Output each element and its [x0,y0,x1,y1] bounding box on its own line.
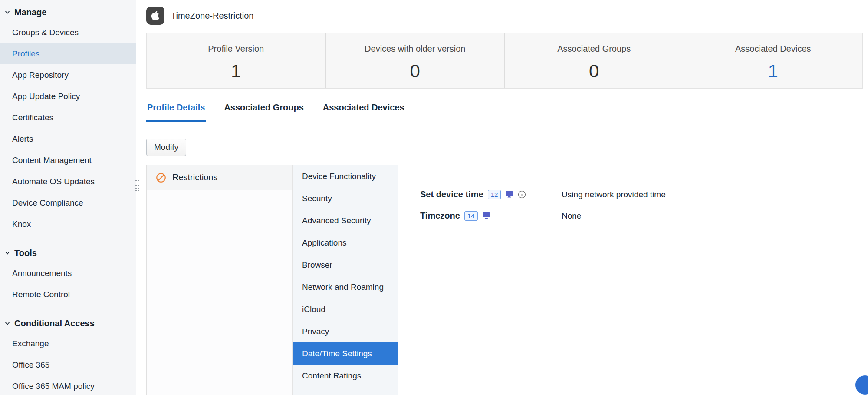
nav-item-privacy[interactable]: Privacy [293,320,398,342]
sidebar-item-device-compliance[interactable]: Device Compliance [0,192,136,213]
tab-associated-devices[interactable]: Associated Devices [322,97,405,122]
stat-value: 1 [684,61,863,82]
setting-row-timezone: Timezone 14 None [420,211,868,221]
sidebar-item-certificates[interactable]: Certificates [0,107,136,128]
sidebar-item-office-365[interactable]: Office 365 [0,354,136,375]
sidebar-section-manage[interactable]: Manage [0,3,136,22]
setting-value: None [562,211,581,221]
modify-button[interactable]: Modify [146,139,186,156]
nav-item-security[interactable]: Security [293,187,398,209]
sidebar-section-tools[interactable]: Tools [0,243,136,262]
payload-label: Restrictions [172,173,217,183]
tab-profile-details[interactable]: Profile Details [146,97,206,122]
profile-details-panel: Restrictions Device Functionality Securi… [146,165,868,395]
stat-label: Associated Groups [505,44,684,54]
stat-value: 0 [505,61,684,82]
nav-item-keyboard-settings[interactable]: Keyboard Settings [293,387,398,395]
stat-label: Associated Devices [684,44,863,54]
stat-devices-older-version: Devices with older version 0 [326,33,505,88]
info-icon[interactable] [518,190,526,199]
setting-value: Using network provided time [562,190,666,199]
stat-label: Profile Version [147,44,326,54]
sidebar-item-automate-os-updates[interactable]: Automate OS Updates [0,171,136,192]
tab-bar: Profile Details Associated Groups Associ… [146,97,868,122]
stat-value: 0 [326,61,505,82]
main-content: TimeZone-Restriction Profile Version 1 D… [136,0,868,395]
sidebar-item-app-update-policy[interactable]: App Update Policy [0,86,136,107]
sidebar-item-office-365-mam-policy[interactable]: Office 365 MAM policy [0,375,136,395]
sidebar-section-label: Manage [14,7,46,17]
stat-associated-groups: Associated Groups 0 [504,33,684,88]
setting-label: Set device time [420,189,483,199]
sidebar-item-exchange[interactable]: Exchange [0,333,136,354]
stat-label: Devices with older version [326,44,505,54]
sidebar-section-label: Tools [14,248,37,258]
stats-bar: Profile Version 1 Devices with older ver… [146,33,863,89]
grip-dots-icon [135,179,140,195]
chevron-down-icon [4,320,10,326]
sidebar-section-label: Conditional Access [14,319,95,328]
nav-item-date-time-settings[interactable]: Date/Time Settings [293,342,398,365]
sidebar-item-alerts[interactable]: Alerts [0,128,136,149]
payload-list: Restrictions [147,165,293,395]
stat-profile-version: Profile Version 1 [147,33,326,88]
nav-item-icloud[interactable]: iCloud [293,298,398,320]
device-type-icon [505,191,513,198]
restrictions-section-nav: Device Functionality Security Advanced S… [293,165,398,395]
nav-item-device-functionality[interactable]: Device Functionality [293,165,398,187]
setting-label: Timezone [420,211,460,221]
date-time-settings-content: Set device time 12 [398,165,868,395]
sidebar-item-app-repository[interactable]: App Repository [0,64,136,86]
chevron-down-icon [4,250,10,256]
sidebar: Manage Groups & Devices Profiles App Rep… [0,0,136,395]
profile-header: TimeZone-Restriction [136,0,868,31]
nav-item-network-and-roaming[interactable]: Network and Roaming [293,276,398,298]
nav-item-browser[interactable]: Browser [293,254,398,276]
sidebar-item-groups-devices[interactable]: Groups & Devices [0,22,136,43]
nav-item-advanced-security[interactable]: Advanced Security [293,209,398,232]
sidebar-item-profiles[interactable]: Profiles [0,43,136,64]
nav-item-applications[interactable]: Applications [293,232,398,254]
sidebar-item-knox[interactable]: Knox [0,213,136,235]
setting-row-set-device-time: Set device time 12 [420,189,868,199]
panel-resize-grip[interactable] [135,179,140,195]
payload-item-restrictions[interactable]: Restrictions [147,165,292,190]
sidebar-item-announcements[interactable]: Announcements [0,262,136,284]
stat-value: 1 [147,61,326,82]
stat-associated-devices: Associated Devices 1 [684,33,863,88]
apple-icon [146,7,164,25]
tab-associated-groups[interactable]: Associated Groups [223,97,304,122]
restrictions-prohibit-icon [155,172,167,183]
chevron-down-icon [4,9,10,15]
sidebar-item-content-management[interactable]: Content Management [0,149,136,171]
page-title: TimeZone-Restriction [171,11,253,21]
setting-os-version-badge: 14 [464,211,478,221]
device-type-icon [482,212,490,219]
sidebar-item-remote-control[interactable]: Remote Control [0,284,136,305]
nav-item-content-ratings[interactable]: Content Ratings [293,365,398,387]
sidebar-section-conditional-access[interactable]: Conditional Access [0,314,136,333]
setting-os-version-badge: 12 [488,190,501,199]
